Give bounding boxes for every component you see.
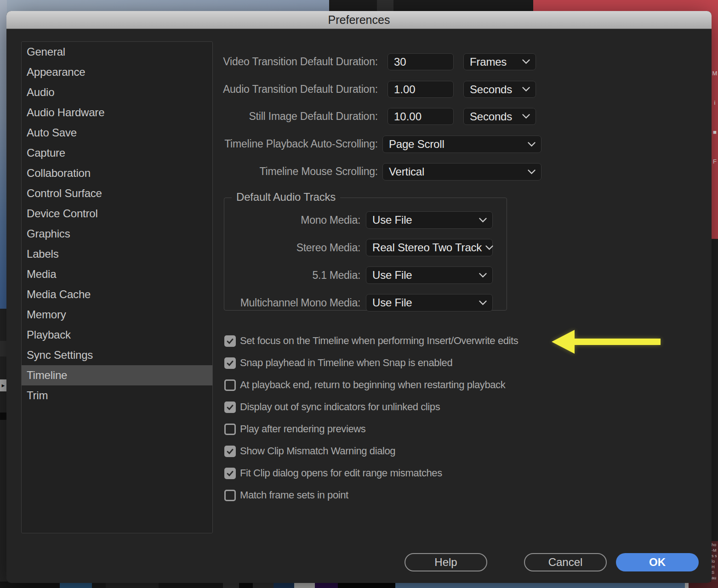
sidebar-item-media-cache[interactable]: Media Cache <box>22 284 212 305</box>
option-play-after-rendering[interactable]: Play after rendering previews <box>224 418 620 440</box>
background-left-strip: ► <box>0 0 7 588</box>
mono-media-select[interactable]: Use File <box>366 211 493 229</box>
surround-media-select[interactable]: Use File <box>366 266 493 284</box>
stereo-media-select[interactable]: Real Stereo Two Track <box>366 239 493 256</box>
checkbox[interactable] <box>224 379 236 391</box>
still-image-duration-label: Still Image Default Duration: <box>180 108 378 125</box>
stereo-media-label: Stereo Media: <box>232 239 360 256</box>
cancel-button[interactable]: Cancel <box>524 553 607 571</box>
chevron-down-icon <box>479 300 487 305</box>
option-match-frame-sets-in-point[interactable]: Match frame sets in point <box>224 484 620 506</box>
preferences-dialog: Preferences General Appearance Audio Aud… <box>6 11 712 583</box>
sidebar-item-media[interactable]: Media <box>22 264 212 284</box>
select-value: Frames <box>470 56 507 68</box>
option-out-of-sync-indicators[interactable]: Display out of sync indicators for unlin… <box>224 396 620 418</box>
play-icon: ► <box>0 379 6 391</box>
sidebar-item-memory[interactable]: Memory <box>22 305 212 325</box>
chevron-down-icon <box>528 170 536 175</box>
checkbox[interactable] <box>224 468 236 479</box>
ok-button[interactable]: OK <box>616 553 699 571</box>
multichannel-mono-media-select[interactable]: Use File <box>366 294 493 311</box>
arrow-head <box>552 330 575 354</box>
surround-media-label: 5.1 Media: <box>232 266 360 284</box>
default-audio-tracks-group: Default Audio Tracks Mono Media: Use Fil… <box>224 198 507 311</box>
background-blue-gradient <box>0 0 7 309</box>
background-red-area: M i ■ F <box>711 0 718 239</box>
select-value: Real Stereo Two Track <box>372 241 482 254</box>
checkbox[interactable] <box>224 401 236 413</box>
mono-media-label: Mono Media: <box>232 211 360 229</box>
background-panel-fragment <box>0 341 7 356</box>
chevron-down-icon <box>485 245 493 250</box>
sidebar-item-device-control[interactable]: Device Control <box>22 204 212 224</box>
check-icon <box>226 337 234 345</box>
checkbox-label: Play after rendering previews <box>240 423 365 435</box>
playback-auto-scrolling-label: Timeline Playback Auto-Scrolling: <box>180 136 378 153</box>
checkbox-label: Fit Clip dialog opens for edit range mis… <box>240 467 442 479</box>
chevron-down-icon <box>528 142 536 147</box>
select-value: Use File <box>372 214 412 226</box>
background-dark-band <box>0 413 7 420</box>
checkbox-label: Show Clip Mismatch Warning dialog <box>240 445 395 457</box>
option-clip-mismatch-warning[interactable]: Show Clip Mismatch Warning dialog <box>224 440 620 462</box>
checkbox-label: Display out of sync indicators for unlin… <box>240 401 440 413</box>
mouse-scrolling-label: Timeline Mouse Scrolling: <box>180 163 378 180</box>
checkbox-label: Snap playhead in Timeline when Snap is e… <box>240 357 452 369</box>
option-snap-playhead[interactable]: Snap playhead in Timeline when Snap is e… <box>224 352 620 374</box>
select-value: Page Scroll <box>389 138 444 151</box>
chevron-down-icon <box>479 273 487 278</box>
sidebar-item-labels[interactable]: Labels <box>22 244 212 264</box>
sidebar-item-playback[interactable]: Playback <box>22 325 212 345</box>
checkbox[interactable] <box>224 357 236 369</box>
sidebar-item-timeline[interactable]: Timeline <box>22 365 212 385</box>
checkbox[interactable] <box>224 335 236 347</box>
playback-auto-scrolling-select[interactable]: Page Scroll <box>382 136 541 153</box>
checkbox-label: Set focus on the Timeline when performin… <box>240 335 518 347</box>
still-image-duration-input[interactable] <box>387 108 454 125</box>
video-transition-duration-label: Video Transition Default Duration: <box>180 53 378 70</box>
select-value: Seconds <box>470 83 512 96</box>
audio-transition-duration-input[interactable] <box>387 81 454 98</box>
sidebar-item-control-surface[interactable]: Control Surface <box>22 183 212 204</box>
audio-transition-unit-select[interactable]: Seconds <box>463 81 536 98</box>
video-transition-unit-select[interactable]: Frames <box>463 53 536 70</box>
option-fit-clip-dialog[interactable]: Fit Clip dialog opens for edit range mis… <box>224 462 620 484</box>
still-image-unit-select[interactable]: Seconds <box>463 108 536 125</box>
chevron-down-icon <box>479 218 487 223</box>
background-text-fragments: ho -M s s lo H S au ot <box>712 542 718 586</box>
check-icon <box>226 359 234 368</box>
check-icon <box>226 447 234 456</box>
multichannel-mono-media-label: Multichannel Mono Media: <box>232 294 360 311</box>
checkbox[interactable] <box>224 490 236 501</box>
checkbox-label: At playback end, return to beginning whe… <box>240 379 505 391</box>
chevron-down-icon <box>522 59 530 64</box>
select-value: Vertical <box>389 165 424 178</box>
screenshot-stage: Media no ► M i ■ F ho -M s s lo H S au o… <box>0 0 718 588</box>
arrow-shaft <box>574 339 661 345</box>
sidebar-item-trim[interactable]: Trim <box>22 385 212 406</box>
select-value: Seconds <box>470 110 512 123</box>
sidebar-item-sync-settings[interactable]: Sync Settings <box>22 345 212 365</box>
checkbox[interactable] <box>224 424 236 435</box>
select-value: Use File <box>372 296 412 309</box>
check-icon <box>226 469 234 478</box>
background-text-fragments: M i ■ F <box>712 59 718 176</box>
background-darkred-area: ho -M s s lo H S au ot <box>711 541 718 588</box>
mouse-scrolling-select[interactable]: Vertical <box>382 163 541 181</box>
dialog-title: Preferences <box>328 13 390 27</box>
checkbox-label: Match frame sets in point <box>240 489 348 501</box>
chevron-down-icon <box>522 114 530 119</box>
group-legend: Default Audio Tracks <box>232 191 340 204</box>
video-transition-duration-input[interactable] <box>387 53 454 70</box>
timeline-options-list: Set focus on the Timeline when performin… <box>224 330 620 506</box>
chevron-down-icon <box>522 87 530 92</box>
select-value: Use File <box>372 269 412 282</box>
check-icon <box>226 403 234 412</box>
sidebar-item-graphics[interactable]: Graphics <box>22 224 212 244</box>
option-return-to-beginning[interactable]: At playback end, return to beginning whe… <box>224 374 620 396</box>
dialog-titlebar: Preferences <box>6 11 712 29</box>
checkbox[interactable] <box>224 446 236 457</box>
annotation-arrow-icon <box>552 330 662 354</box>
help-button[interactable]: Help <box>405 553 487 571</box>
background-right-strip: M i ■ F ho -M s s lo H S au ot <box>711 0 718 588</box>
